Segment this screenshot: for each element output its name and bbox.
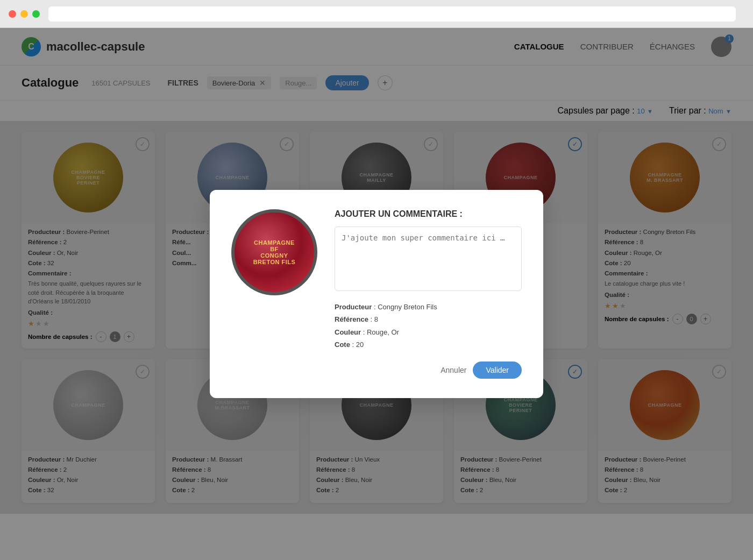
traffic-lights: [9, 10, 40, 18]
modal-capsule-info: Producteur : Congny Breton Fils Référenc…: [335, 301, 522, 351]
modal-backdrop: CHAMPAGNEBFCONGNYBRETON FILS AJOUTER UN …: [0, 28, 753, 560]
valider-button[interactable]: Valider: [473, 361, 522, 379]
modal-content: AJOUTER UN COMMENTAIRE : Producteur : Co…: [335, 209, 522, 379]
comment-textarea[interactable]: [335, 226, 522, 291]
comment-modal: CHAMPAGNEBFCONGNYBRETON FILS AJOUTER UN …: [210, 190, 543, 399]
close-button[interactable]: [9, 10, 16, 18]
minimize-button[interactable]: [20, 10, 28, 18]
browser-chrome: [0, 0, 753, 28]
maximize-button[interactable]: [32, 10, 40, 18]
modal-actions: Annuler Valider: [335, 361, 522, 379]
address-bar[interactable]: [48, 6, 736, 22]
modal-title: AJOUTER UN COMMENTAIRE :: [335, 209, 522, 219]
modal-capsule-image: CHAMPAGNEBFCONGNYBRETON FILS: [231, 209, 317, 295]
annuler-button[interactable]: Annuler: [441, 366, 466, 374]
